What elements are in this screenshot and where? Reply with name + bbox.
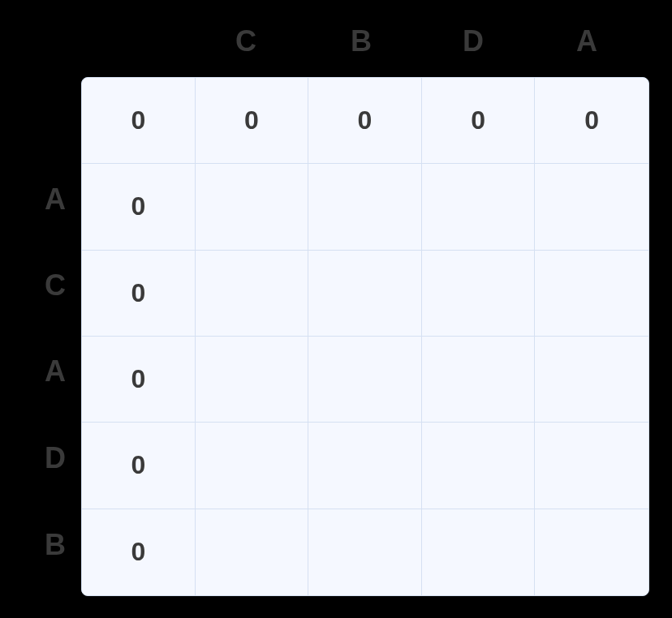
cell-0-4: 0 bbox=[535, 78, 648, 164]
cell-3-3 bbox=[422, 337, 536, 423]
cell-3-0: 0 bbox=[82, 337, 196, 423]
cell-5-3 bbox=[422, 509, 536, 595]
row-header-0: A bbox=[45, 182, 66, 217]
col-header-2: D bbox=[463, 24, 484, 58]
cell-4-3 bbox=[422, 423, 536, 509]
grid-table: 0 0 0 0 0 0 0 0 0 0 bbox=[81, 77, 649, 596]
col-header-3: A bbox=[576, 24, 597, 58]
col-header-0: C bbox=[235, 24, 256, 58]
cell-0-2: 0 bbox=[308, 78, 422, 164]
cell-2-2 bbox=[308, 251, 422, 337]
cell-2-3 bbox=[422, 251, 536, 337]
row-header-4: B bbox=[45, 528, 66, 562]
cell-5-0: 0 bbox=[82, 509, 196, 595]
cell-1-3 bbox=[422, 164, 536, 250]
cell-1-2 bbox=[308, 164, 422, 250]
row-header-3: D bbox=[45, 441, 66, 475]
cell-4-2 bbox=[308, 423, 422, 509]
cell-3-4 bbox=[535, 337, 648, 423]
row-header-2: A bbox=[45, 354, 66, 388]
row-header-1: C bbox=[45, 268, 66, 303]
cell-3-1 bbox=[196, 337, 309, 423]
dp-table-diagram: C B D A A C A D B 0 0 0 0 0 0 0 0 0 bbox=[0, 0, 672, 618]
cell-0-0: 0 bbox=[82, 78, 196, 164]
cell-2-0: 0 bbox=[82, 251, 196, 337]
cell-4-4 bbox=[535, 423, 648, 509]
cell-4-0: 0 bbox=[82, 423, 196, 509]
cell-3-2 bbox=[308, 337, 422, 423]
cell-5-1 bbox=[196, 509, 309, 595]
cell-5-2 bbox=[308, 509, 422, 595]
cell-0-3: 0 bbox=[422, 78, 536, 164]
cell-1-4 bbox=[535, 164, 648, 250]
cell-2-1 bbox=[196, 251, 309, 337]
cell-1-1 bbox=[196, 164, 309, 250]
cell-5-4 bbox=[535, 509, 648, 595]
cell-1-0: 0 bbox=[82, 164, 196, 250]
cell-2-4 bbox=[535, 251, 648, 337]
cell-0-1: 0 bbox=[196, 78, 309, 164]
cell-4-1 bbox=[196, 423, 309, 509]
col-header-1: B bbox=[351, 24, 372, 58]
